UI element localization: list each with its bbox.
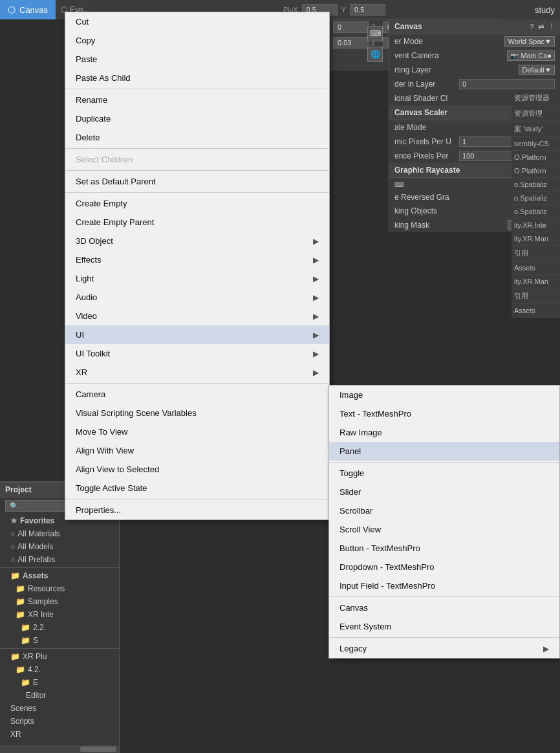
submenu-raw-image[interactable]: Raw Image: [329, 423, 559, 442]
menu-create-empty-parent[interactable]: Create Empty Parent: [65, 213, 329, 232]
xr-22-folder[interactable]: 📁 2.2.: [0, 621, 119, 634]
blocking-mask-label: king Mask: [394, 221, 429, 230]
project-title: Project: [5, 485, 32, 494]
project-sep: [0, 567, 119, 568]
menu-visual-scripting[interactable]: Visual Scripting Scene Variables: [65, 404, 329, 422]
assets-section: 📁 Assets 📁 Resources 📁 Samples 📁 XR Inte…: [0, 569, 119, 647]
s-folder[interactable]: 📁 S: [0, 634, 119, 647]
menu-properties[interactable]: Properties...: [65, 501, 329, 519]
42-folder[interactable]: 📁 4.2.: [0, 663, 119, 676]
menu-align-view-selected[interactable]: Align View to Selected: [65, 460, 329, 479]
menu-paste-as-child[interactable]: Paste As Child: [65, 69, 329, 87]
project-panel: Project ★ Favorites ○ All Materials ○ Al…: [0, 481, 120, 753]
resource-item-10: ity.XR.Inte: [512, 219, 560, 232]
menu-align-with-view[interactable]: Align With View: [65, 441, 329, 460]
menu-sep-3: [65, 170, 329, 171]
scenes-item[interactable]: Scenes: [0, 702, 119, 715]
menu-3d-arrow: ▶: [313, 237, 319, 246]
menu-xr[interactable]: XR ▶: [65, 363, 329, 382]
resource-item-16: Assets: [512, 304, 560, 318]
xr-item[interactable]: XR: [0, 728, 119, 741]
render-mode-row: er Mode World Spac▼: [389, 34, 560, 49]
scale-y-input[interactable]: [333, 37, 369, 49]
menu-video[interactable]: Video ▶: [65, 307, 329, 325]
reversed-grad-label: e Reversed Gra: [394, 193, 449, 202]
menu-set-default-parent[interactable]: Set as Default Parent: [65, 172, 329, 191]
resource-item-7: o.Spatializ: [512, 178, 560, 191]
render-mode-dropdown[interactable]: World Spac▼: [504, 36, 555, 47]
menu-ui[interactable]: UI ▶: [65, 325, 329, 344]
menu-xr-arrow: ▶: [313, 368, 319, 377]
menu-3d-object[interactable]: 3D Object ▶: [65, 232, 329, 250]
submenu-button-tmp[interactable]: Button - TextMeshPro: [329, 539, 559, 558]
submenu-toggle[interactable]: Toggle: [329, 464, 559, 483]
shader-label: ional Shader Cl: [394, 94, 447, 103]
menu-create-empty[interactable]: Create Empty: [65, 194, 329, 213]
help-icon[interactable]: ?: [530, 23, 534, 31]
all-materials-item[interactable]: ○ All Materials: [0, 527, 119, 540]
globe-icon[interactable]: 🌐: [367, 47, 383, 62]
xr-plu-folder[interactable]: 📁 XR Plu: [0, 650, 119, 663]
menu-audio-arrow: ▶: [313, 293, 319, 302]
menu-ui-arrow: ▶: [313, 331, 319, 340]
menu-cut[interactable]: Cut: [65, 12, 329, 31]
menu-paste[interactable]: Paste: [65, 50, 329, 69]
menu-video-arrow: ▶: [313, 312, 319, 321]
menu-light-arrow: ▶: [313, 274, 319, 283]
submenu-image[interactable]: Image: [329, 386, 559, 404]
resource-item-9: o.Spatializ: [512, 205, 560, 219]
menu-duplicate[interactable]: Duplicate: [65, 109, 329, 128]
dynamic-pixels-label: mic Pixels Per U: [394, 137, 451, 146]
resource-list-panel: 资源管理器 资源管理 案 'study' sembly-CS O.Platfor…: [512, 91, 560, 318]
event-camera-field[interactable]: 📷 Main Ca●: [507, 50, 555, 61]
menu-audio[interactable]: Audio ▶: [65, 288, 329, 307]
menu-move-to-view[interactable]: Move To View: [65, 422, 329, 441]
menu-light[interactable]: Light ▶: [65, 269, 329, 288]
menu-camera[interactable]: Camera: [65, 385, 329, 404]
menu-effects[interactable]: Effects ▶: [65, 250, 329, 269]
scripts-item[interactable]: Scripts: [0, 715, 119, 728]
resources-folder[interactable]: 📁 Resources: [0, 582, 119, 595]
sorting-layer-row: rting Layer Default▼: [389, 63, 560, 77]
all-models-item[interactable]: ○ All Models: [0, 540, 119, 553]
submenu-text-tmp[interactable]: Text - TextMeshPro: [329, 404, 559, 423]
menu-ui-toolkit[interactable]: UI Toolkit ▶: [65, 344, 329, 363]
menu-delete[interactable]: Delete: [65, 128, 329, 147]
menu-sep-6: [65, 499, 329, 499]
submenu-sep-1: [329, 462, 559, 463]
menu-select-children[interactable]: Select Children: [65, 150, 329, 169]
submenu-input-tmp[interactable]: Input Field - TextMeshPro: [329, 576, 559, 595]
submenu-event-system[interactable]: Event System: [329, 617, 559, 636]
samples-folder[interactable]: 📁 Samples: [0, 595, 119, 608]
order-layer-input[interactable]: [459, 79, 555, 89]
submenu-panel[interactable]: Panel: [329, 442, 559, 461]
menu-ui-toolkit-arrow: ▶: [313, 349, 319, 358]
piv-y-input[interactable]: [350, 4, 385, 16]
blocking-objects-label: king Objects: [394, 206, 437, 215]
pos-y-input[interactable]: [333, 21, 369, 33]
menu-sep-1: [65, 89, 329, 89]
project-scrollbar[interactable]: [0, 745, 119, 753]
submenu-legacy[interactable]: Legacy ▶: [329, 639, 559, 658]
resource-item-1: 资源管理器: [512, 91, 560, 106]
sorting-layer-dropdown[interactable]: Default▼: [519, 65, 555, 75]
settings-icon[interactable]: ⇌: [538, 23, 544, 31]
menu-toggle-active[interactable]: Toggle Active State: [65, 479, 329, 497]
script-icon[interactable]: ⌨: [367, 26, 383, 41]
resource-item-14: ity.XR.Man: [512, 275, 560, 289]
editor-item[interactable]: Editor: [0, 689, 119, 702]
e-folder[interactable]: 📁 E: [0, 676, 119, 689]
menu-copy[interactable]: Copy: [65, 31, 329, 50]
menu-rename[interactable]: Rename: [65, 91, 329, 109]
more-icon[interactable]: ⋮: [548, 23, 555, 31]
submenu-scroll-view[interactable]: Scroll View: [329, 520, 559, 539]
submenu-canvas[interactable]: Canvas: [329, 598, 559, 617]
all-prefabs-item[interactable]: ○ All Prefabs: [0, 553, 119, 566]
submenu-dropdown-tmp[interactable]: Dropdown - TextMeshPro: [329, 558, 559, 576]
ui-submenu: Image Text - TextMeshPro Raw Image Panel…: [328, 385, 560, 659]
canvas-hierarchy-item[interactable]: ⬡ Canvas: [0, 0, 56, 19]
scroll-thumb[interactable]: [80, 747, 116, 752]
submenu-slider[interactable]: Slider: [329, 483, 559, 501]
xr-inte-folder[interactable]: 📁 XR Inte: [0, 608, 119, 621]
submenu-scrollbar[interactable]: Scrollbar: [329, 501, 559, 520]
